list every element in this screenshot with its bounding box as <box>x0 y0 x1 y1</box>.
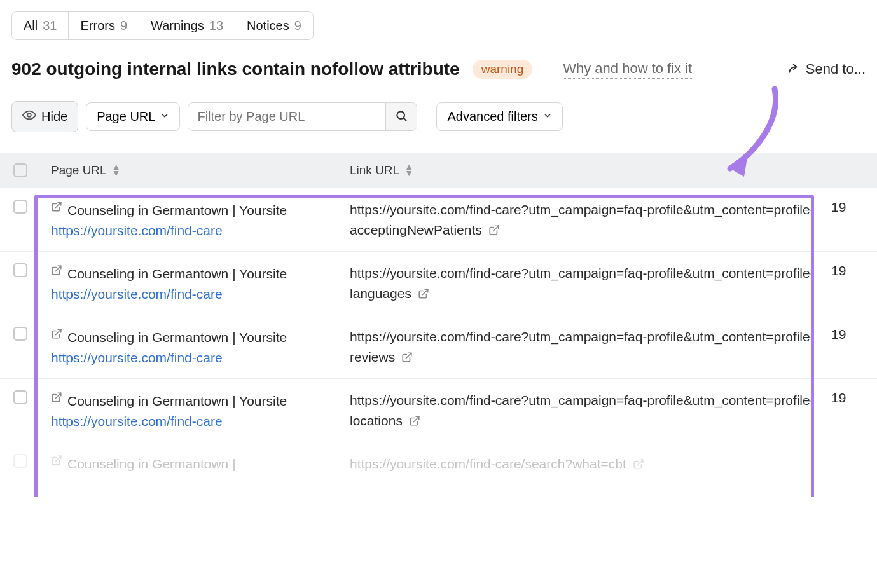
eye-icon <box>22 108 36 125</box>
svg-line-7 <box>422 289 427 294</box>
search-button[interactable] <box>385 103 417 130</box>
warning-badge: warning <box>473 60 533 79</box>
advanced-filters-button[interactable]: Advanced filters <box>436 102 562 131</box>
page-title-text: Counseling in Germantown | Yoursite <box>67 328 287 347</box>
hide-label: Hide <box>41 109 67 124</box>
tab-label: Notices <box>247 18 289 33</box>
send-to-label: Send to... <box>806 61 866 78</box>
page-url-link[interactable]: https://yoursite.com/find-care <box>51 350 287 366</box>
svg-line-8 <box>56 330 61 335</box>
search-icon <box>395 114 408 124</box>
filter-input-group <box>188 102 417 131</box>
svg-line-5 <box>493 226 498 231</box>
tab-all[interactable]: All 31 <box>12 12 69 39</box>
chevron-down-icon <box>160 111 169 122</box>
page-url-link[interactable]: https://yoursite.com/find-care <box>51 414 287 429</box>
filter-input[interactable] <box>188 103 385 130</box>
external-link-icon <box>51 328 62 339</box>
row-number: 19 <box>826 263 877 303</box>
svg-line-4 <box>56 203 61 208</box>
tab-label: Warnings <box>151 18 204 33</box>
page-title-text: Counseling in Germantown | Yoursite <box>67 392 287 411</box>
page-url-select-label: Page URL <box>97 109 155 124</box>
page-url-select[interactable]: Page URL <box>86 102 180 131</box>
title-row: 902 outgoing internal links contain nofo… <box>11 59 866 79</box>
external-link-icon[interactable] <box>418 288 429 299</box>
row-checkbox[interactable] <box>13 390 27 404</box>
table-row: Counseling in Germantown | https://yours… <box>0 442 877 486</box>
column-header-link-url[interactable]: Link URL ▲▼ <box>340 163 826 177</box>
results-table: Page URL ▲▼ Link URL ▲▼ Counseling in Ge… <box>0 153 877 486</box>
svg-line-12 <box>56 456 61 461</box>
svg-line-11 <box>413 416 418 421</box>
row-checkbox[interactable] <box>13 327 27 341</box>
tab-warnings[interactable]: Warnings 13 <box>139 12 235 39</box>
external-link-icon[interactable] <box>488 224 500 236</box>
tab-label: All <box>24 18 38 33</box>
tab-count: 9 <box>294 18 301 33</box>
page-title-text: Counseling in Germantown | Yoursite <box>67 201 287 220</box>
page-url-link[interactable]: https://yoursite.com/find-care <box>51 223 287 238</box>
link-url-text: https://yoursite.com/find-care/search?wh… <box>350 456 626 471</box>
row-number: 19 <box>826 327 877 367</box>
send-to-button[interactable]: Send to... <box>785 61 866 78</box>
tab-count: 9 <box>120 18 127 33</box>
page-title-text: Counseling in Germantown | <box>67 455 236 474</box>
external-link-icon[interactable] <box>409 415 420 427</box>
external-link-icon <box>51 392 62 403</box>
row-checkbox[interactable] <box>13 200 27 214</box>
external-link-icon <box>51 264 62 276</box>
table-row: Counseling in Germantown | Yoursite http… <box>0 252 877 315</box>
tab-errors[interactable]: Errors 9 <box>69 12 139 39</box>
hide-button[interactable]: Hide <box>11 101 78 132</box>
column-label: Page URL <box>51 163 107 177</box>
controls-row: Hide Page URL Advanced filters <box>11 101 866 132</box>
tab-label: Errors <box>80 18 114 33</box>
external-link-icon[interactable] <box>401 352 413 363</box>
tab-count: 13 <box>209 18 223 33</box>
column-label: Link URL <box>350 163 399 177</box>
link-url-text: https://yoursite.com/find-care?utm_campa… <box>350 329 815 364</box>
page-url-link[interactable]: https://yoursite.com/find-care <box>51 287 287 302</box>
row-number: 19 <box>826 200 877 240</box>
svg-line-10 <box>56 393 61 399</box>
tab-count: 31 <box>43 18 57 33</box>
row-number: 19 <box>826 390 877 430</box>
share-arrow-icon <box>785 62 799 76</box>
external-link-icon <box>51 455 62 466</box>
external-link-icon <box>51 201 62 212</box>
table-row: Counseling in Germantown | Yoursite http… <box>0 188 877 252</box>
row-checkbox[interactable] <box>13 263 27 277</box>
table-row: Counseling in Germantown | Yoursite http… <box>0 315 877 379</box>
sort-icon: ▲▼ <box>112 164 121 177</box>
column-header-page-url[interactable]: Page URL ▲▼ <box>41 163 340 177</box>
table-header: Page URL ▲▼ Link URL ▲▼ <box>0 153 877 188</box>
svg-line-6 <box>56 266 61 271</box>
chevron-down-icon <box>543 111 552 122</box>
tab-notices[interactable]: Notices 9 <box>235 12 313 39</box>
svg-line-2 <box>404 118 406 121</box>
page-title-text: Counseling in Germantown | Yoursite <box>67 264 287 284</box>
table-row: Counseling in Germantown | Yoursite http… <box>0 379 877 442</box>
advanced-filters-label: Advanced filters <box>447 109 537 124</box>
svg-point-0 <box>27 113 31 117</box>
sort-icon: ▲▼ <box>404 164 413 177</box>
link-url-text: https://yoursite.com/find-care?utm_campa… <box>350 202 815 237</box>
svg-line-9 <box>406 353 411 358</box>
why-how-fix-link[interactable]: Why and how to fix it <box>563 60 692 79</box>
select-all-checkbox[interactable] <box>13 163 27 177</box>
row-checkbox[interactable] <box>13 454 27 468</box>
filter-tabs: All 31 Errors 9 Warnings 13 Notices 9 <box>11 11 314 40</box>
external-link-icon[interactable] <box>633 458 644 470</box>
svg-line-13 <box>637 460 642 465</box>
page-title: 902 outgoing internal links contain nofo… <box>11 59 460 79</box>
row-number <box>826 454 877 474</box>
